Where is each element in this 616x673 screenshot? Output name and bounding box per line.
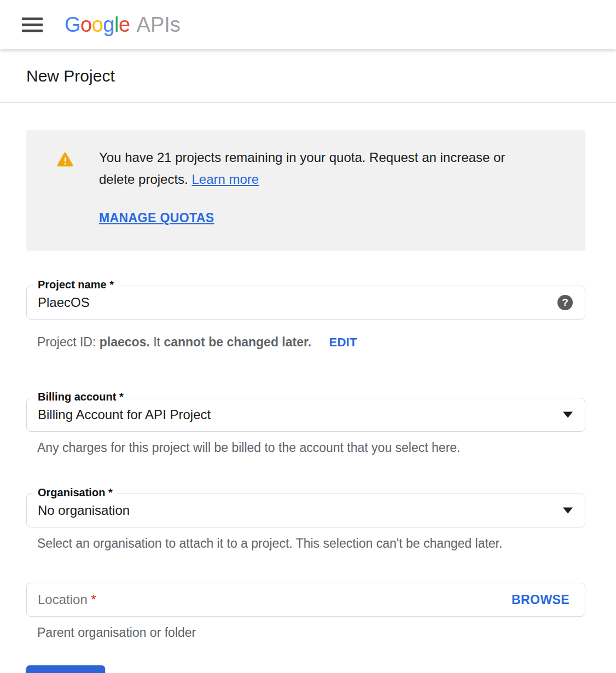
apis-logo-text: APIs	[137, 13, 181, 37]
quota-line1: You have 21 projects remaining in your q…	[99, 150, 505, 165]
hamburger-bar	[22, 30, 43, 32]
app-header: Google APIs	[0, 0, 616, 49]
organisation-select[interactable]: Organisation * No organisation	[26, 494, 585, 527]
project-id-note: cannot be changed later.	[164, 335, 311, 349]
google-logo-letter: g	[103, 13, 114, 36]
create-button[interactable]: CREATE	[26, 665, 105, 673]
edit-project-id-link[interactable]: EDIT	[329, 335, 357, 349]
help-icon[interactable]: ?	[557, 295, 573, 310]
page-title: New Project	[26, 67, 616, 85]
location-field[interactable]: Location * BROWSE	[26, 583, 585, 617]
warning-icon	[57, 152, 73, 167]
form-actions: CREATE CANCEL	[26, 665, 585, 673]
location-placeholder-text: Location	[38, 592, 88, 607]
hamburger-bar	[22, 24, 43, 26]
browse-button[interactable]: BROWSE	[512, 593, 585, 607]
location-placeholder: Location *	[27, 592, 96, 607]
billing-account-value: Billing Account for API Project	[27, 407, 211, 422]
dropdown-arrow-icon	[563, 508, 573, 514]
project-name-input[interactable]	[27, 295, 530, 310]
billing-account-select[interactable]: Billing account * Billing Account for AP…	[26, 398, 585, 432]
hamburger-bar	[22, 18, 43, 20]
project-id-prefix: Project ID:	[37, 335, 100, 349]
new-project-form: You have 21 projects remaining in your q…	[0, 130, 616, 673]
organisation-value: No organisation	[27, 503, 130, 518]
google-logo-letter: G	[65, 13, 80, 36]
title-bar: New Project	[0, 49, 616, 103]
google-apis-logo[interactable]: Google APIs	[65, 13, 181, 37]
google-logo-letter: o	[92, 13, 103, 36]
organisation-helper-text: Select an organisation to attach it to a…	[37, 536, 585, 551]
quota-line2: delete projects.	[99, 172, 191, 187]
location-helper-text: Parent organisation or folder	[37, 625, 585, 640]
organisation-label: Organisation *	[33, 486, 117, 499]
project-id-middle: It	[150, 335, 164, 349]
google-logo-text: Google	[65, 13, 130, 37]
billing-helper-text: Any charges for this project will be bil…	[37, 440, 585, 455]
quota-notice-text: You have 21 projects remaining in your q…	[99, 147, 505, 229]
google-logo-letter: l	[114, 13, 119, 36]
manage-quotas-link[interactable]: MANAGE QUOTAS	[99, 207, 214, 229]
project-name-label: Project name *	[33, 278, 118, 291]
menu-hamburger-icon[interactable]	[22, 14, 43, 36]
required-asterisk: *	[91, 592, 96, 607]
project-id-value: plaecos.	[100, 335, 150, 349]
project-id-row: Project ID: plaecos. It cannot be change…	[37, 335, 585, 350]
quota-notice-banner: You have 21 projects remaining in your q…	[26, 130, 585, 251]
google-logo-letter: o	[80, 13, 92, 36]
google-logo-letter: e	[119, 13, 130, 36]
dropdown-arrow-icon	[563, 412, 573, 418]
billing-account-label: Billing account *	[33, 390, 128, 403]
learn-more-link[interactable]: Learn more	[191, 172, 259, 187]
project-name-field[interactable]: Project name * ?	[26, 286, 585, 320]
